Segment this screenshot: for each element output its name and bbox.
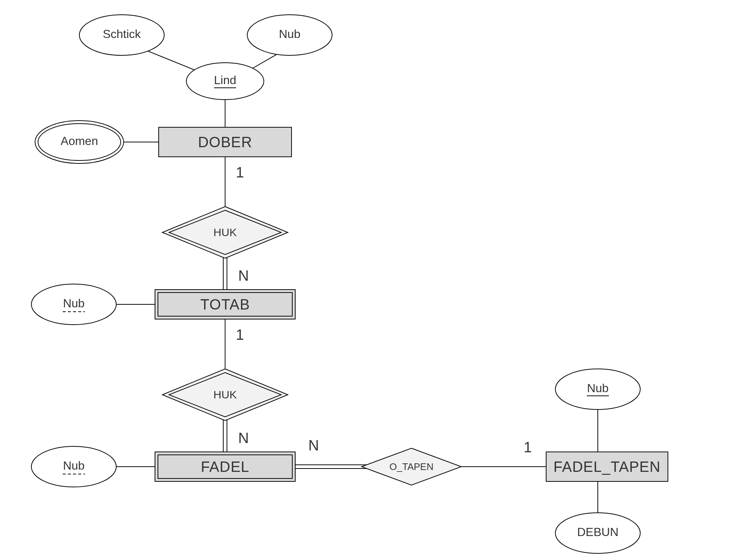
entity-totab-label: TOTAB	[200, 296, 250, 312]
card-huk2-fadel: N	[238, 430, 249, 446]
entity-fadel-tapen-label: FADEL_TAPEN	[554, 459, 661, 475]
attr-nub-top: Nub	[247, 15, 332, 55]
rel-otapen: O_TAPEN	[362, 448, 461, 485]
entity-dober-label: DOBER	[198, 134, 252, 150]
card-fadel-otapen: N	[308, 437, 319, 453]
attr-aomen: Aomen	[35, 121, 124, 163]
attr-schtick: Schtick	[79, 15, 164, 55]
attr-nub-fadel-label: Nub	[63, 459, 85, 472]
entity-fadel-tapen: FADEL_TAPEN	[546, 452, 668, 481]
card-dober-huk1: 1	[236, 164, 244, 180]
rel-huk2-label: HUK	[213, 388, 237, 401]
card-otapen-ft: 1	[524, 439, 532, 455]
card-huk1-totab: N	[238, 267, 249, 284]
entity-fadel: FADEL	[155, 452, 295, 481]
attr-nub-ft-label: Nub	[587, 381, 609, 395]
attr-debun-label: DEBUN	[577, 525, 618, 539]
attr-nub-totab: Nub	[31, 284, 116, 325]
entity-dober: DOBER	[159, 127, 292, 157]
entity-fadel-label: FADEL	[201, 459, 249, 475]
attr-nub-top-label: Nub	[279, 27, 301, 41]
attr-schtick-label: Schtick	[103, 27, 141, 41]
attr-nub-fadel: Nub	[31, 446, 116, 487]
attr-nub-ft: Nub	[555, 369, 640, 409]
rel-huk1: HUK	[162, 207, 288, 258]
rel-otapen-label: O_TAPEN	[389, 461, 433, 472]
rel-huk1-label: HUK	[213, 226, 237, 238]
entity-totab: TOTAB	[155, 290, 295, 319]
attr-aomen-label: Aomen	[61, 134, 98, 148]
rel-huk2: HUK	[162, 369, 288, 421]
attr-lind: Lind	[186, 63, 264, 100]
attr-debun: DEBUN	[555, 513, 640, 553]
card-totab-huk2: 1	[236, 326, 244, 343]
attr-nub-totab-label: Nub	[63, 297, 85, 310]
attr-lind-label: Lind	[214, 73, 237, 87]
